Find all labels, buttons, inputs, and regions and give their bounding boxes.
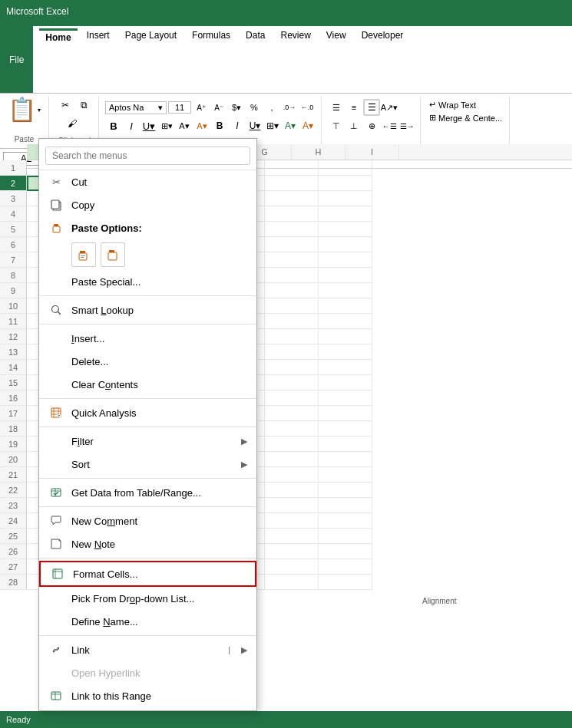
fill-button2[interactable]: A▾	[282, 117, 299, 134]
menu-item-new-comment[interactable]: New Comment	[39, 509, 256, 532]
italic-button2[interactable]: I	[229, 117, 246, 134]
grid-cell[interactable]	[319, 498, 372, 513]
grid-cell[interactable]	[319, 452, 372, 467]
grid-cell[interactable]	[265, 544, 319, 559]
italic-button[interactable]: I	[123, 117, 140, 134]
grid-cell[interactable]	[319, 298, 372, 314]
tab-formulas[interactable]: Formulas	[186, 28, 236, 91]
align-right-button[interactable]: ☰	[363, 99, 380, 116]
grid-cell[interactable]	[265, 559, 319, 575]
grid-cell[interactable]	[319, 544, 372, 559]
menu-item-define-name[interactable]: Define Name...	[39, 610, 256, 633]
indent-dec-button[interactable]: ←☰	[381, 117, 398, 134]
grid-cell[interactable]	[265, 421, 319, 436]
valign-mid-button[interactable]: ⊥	[346, 117, 362, 134]
grid-cell[interactable]	[319, 329, 372, 344]
grid-cell[interactable]	[265, 206, 319, 222]
copy-button[interactable]: ⧉	[75, 97, 92, 114]
font-color-button[interactable]: A▾	[193, 117, 210, 134]
grid-cell[interactable]	[265, 314, 319, 329]
font-size-box[interactable]: 11	[168, 101, 191, 114]
grid-cell[interactable]	[319, 252, 372, 268]
grid-cell[interactable]	[265, 513, 319, 529]
grid-cell[interactable]	[319, 360, 372, 375]
grid-cell[interactable]	[265, 268, 319, 283]
paste-dropdown-arrow[interactable]: ▾	[38, 107, 41, 114]
percent-button[interactable]: %	[246, 99, 263, 116]
grid-cell[interactable]	[265, 283, 319, 298]
menu-item-delete[interactable]: Delete...	[39, 350, 256, 373]
grid-cell[interactable]	[265, 375, 319, 390]
menu-item-pick-dropdown[interactable]: Pick From Drop-down List...	[39, 587, 256, 610]
menu-search-input[interactable]	[45, 147, 250, 165]
align-center-button[interactable]: ≡	[346, 99, 362, 116]
wrap-text-button[interactable]: ↵ Wrap Text	[427, 99, 504, 110]
menu-item-link-to-range[interactable]: Link to this Range	[39, 684, 256, 707]
grid-cell[interactable]	[319, 237, 372, 252]
menu-item-paste-special[interactable]: Paste Special...	[39, 270, 256, 293]
grid-cell[interactable]	[319, 344, 372, 360]
tab-page-layout[interactable]: Page Layout	[119, 28, 183, 91]
tab-view[interactable]: View	[320, 28, 352, 91]
grid-cell[interactable]	[319, 406, 372, 421]
underline-button2[interactable]: U▾	[246, 117, 263, 134]
orientation-button[interactable]: A↗▾	[381, 99, 398, 116]
tab-insert[interactable]: Insert	[81, 28, 116, 91]
grid-cell[interactable]	[265, 498, 319, 513]
grid-cell[interactable]	[265, 176, 319, 191]
grid-cell[interactable]	[265, 298, 319, 314]
cut-button[interactable]: ✂	[57, 97, 74, 114]
grid-cell[interactable]	[319, 222, 372, 237]
grid-cell[interactable]	[319, 191, 372, 206]
bold-button[interactable]: B	[105, 117, 122, 134]
align-left-button[interactable]: ☰	[328, 99, 345, 116]
grid-cell[interactable]	[319, 268, 372, 283]
grid-cell[interactable]	[265, 252, 319, 268]
tab-review[interactable]: Review	[274, 28, 316, 91]
valign-bot-button[interactable]: ⊕	[363, 117, 380, 134]
grid-cell[interactable]	[319, 467, 372, 483]
grid-cell[interactable]	[265, 390, 319, 406]
grid-cell[interactable]	[265, 436, 319, 452]
fill-color-button[interactable]: A▾	[176, 117, 193, 134]
menu-item-filter[interactable]: Filter ▶	[39, 430, 256, 453]
grid-cell[interactable]	[265, 360, 319, 375]
increase-font-button[interactable]: A⁺	[193, 99, 210, 116]
menu-item-insert[interactable]: Insert...	[39, 327, 256, 350]
font-color-button2[interactable]: A▾	[299, 117, 316, 134]
grid-cell[interactable]	[265, 222, 319, 237]
menu-item-format-cells[interactable]: Format Cells...	[39, 561, 256, 587]
grid-cell[interactable]	[319, 176, 372, 191]
grid-cell[interactable]	[319, 513, 372, 529]
bold-button2[interactable]: B	[211, 117, 228, 134]
comma-button[interactable]: ,	[263, 99, 280, 116]
menu-item-link[interactable]: Link | ▶	[39, 638, 256, 661]
grid-cell[interactable]	[265, 160, 319, 176]
border-button[interactable]: ⊞▾	[158, 117, 175, 134]
tab-developer[interactable]: Developer	[355, 28, 410, 91]
menu-item-new-note[interactable]: New Note	[39, 532, 256, 555]
tab-data[interactable]: Data	[240, 28, 271, 91]
menu-item-quick-analysis[interactable]: Quick Analysis	[39, 401, 256, 424]
decrease-decimal-button[interactable]: ←.0	[299, 99, 316, 116]
grid-cell[interactable]	[265, 467, 319, 483]
increase-decimal-button[interactable]: .0→	[281, 99, 298, 116]
grid-cell[interactable]	[265, 483, 319, 498]
grid-cell[interactable]	[319, 314, 372, 329]
grid-cell[interactable]	[319, 559, 372, 575]
grid-cell[interactable]	[265, 237, 319, 252]
grid-cell[interactable]	[319, 375, 372, 390]
paste-btn-1[interactable]	[71, 242, 96, 267]
tab-file[interactable]: File	[0, 26, 33, 93]
paste-button[interactable]: 📋	[8, 98, 36, 121]
indent-inc-button[interactable]: ☰→	[398, 117, 415, 134]
grid-cell[interactable]	[265, 406, 319, 421]
grid-cell[interactable]	[265, 575, 319, 590]
underline-button[interactable]: U▾	[141, 117, 157, 134]
menu-item-smart-lookup[interactable]: Smart Lookup	[39, 298, 256, 321]
grid-cell[interactable]	[265, 191, 319, 206]
grid-cell[interactable]	[319, 436, 372, 452]
grid-cell[interactable]	[319, 575, 372, 590]
grid-cell[interactable]	[319, 421, 372, 436]
border-button2[interactable]: ⊞▾	[264, 117, 281, 134]
